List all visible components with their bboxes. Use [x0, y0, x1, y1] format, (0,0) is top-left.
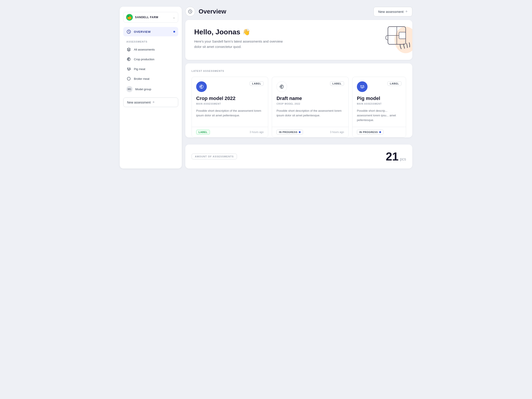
history-button[interactable] [185, 7, 195, 16]
svg-point-9 [128, 69, 129, 70]
card-header-1: LABEL [196, 81, 264, 92]
card-header-3: LABEL [357, 81, 401, 92]
hero-illustration [370, 20, 412, 60]
sidebar-item-pig-label: Pig meat [134, 67, 145, 71]
card-icon-crop-filled [196, 81, 207, 92]
card-body-1: LABEL Crop model 2022 MAIN ASSESSMENT Po… [192, 77, 268, 127]
pig-icon [126, 66, 131, 71]
sidebar-item-model-label: Model group [135, 88, 151, 91]
assessments-section-label: ASSESSMENTS [123, 37, 178, 45]
card-header-badge-2: LABEL [330, 81, 344, 86]
card-description-3: Possible short descrip... assessment lor… [357, 109, 401, 122]
top-bar: Overview New assessment + [185, 7, 412, 16]
sidebar-item-model-group[interactable]: MG Model group [123, 84, 178, 95]
nav-indicator-dot [173, 31, 175, 32]
card-time-2: 3 hours ago [330, 131, 344, 134]
model-group-badge: MG [126, 86, 133, 92]
amount-section: AMOUNT OF ASSESSMENTS 21 pcs [185, 145, 412, 168]
layers-icon [126, 47, 131, 52]
card-pig-model[interactable]: LABEL Pig model MAIN ASSESSMENT Possible… [352, 77, 406, 137]
amount-label: AMOUNT OF ASSESSMENTS [191, 154, 237, 159]
card-footer-badge-2: IN PROGRESS [276, 130, 303, 134]
card-footer-badge-3: IN PROGRESS [357, 130, 383, 134]
card-footer-2: IN PROGRESS 3 hours ago [272, 127, 348, 137]
clock-icon [126, 29, 131, 34]
card-subtitle-1: MAIN ASSESSMENT [196, 103, 264, 105]
sidebar-item-overview[interactable]: OVERVIEW [123, 27, 178, 36]
card-title-1: Crop model 2022 [196, 95, 264, 101]
card-icon-crop-outline [276, 81, 287, 92]
main-content: Overview New assessment + Hello, Joonas … [185, 7, 412, 168]
card-body-2: LABEL Draft name CROP MODEL 2022 Possibl… [272, 77, 348, 127]
card-body-3: LABEL Pig model MAIN ASSESSMENT Possible… [352, 77, 406, 127]
card-footer-1: LABEL 3 hours ago [192, 127, 268, 137]
latest-assessments-title: LATEST ASSESSMENTS [191, 70, 406, 72]
svg-rect-16 [399, 32, 406, 39]
svg-point-12 [395, 27, 412, 53]
sidebar-item-all-assessments[interactable]: All assessments [123, 45, 178, 54]
farm-logo [126, 14, 133, 21]
header-new-assessment-label: New assessment [378, 10, 403, 13]
progress-dot-2 [299, 131, 301, 133]
card-time-1: 3 hours ago [250, 131, 264, 134]
svg-point-10 [127, 77, 130, 80]
card-footer-badge-1: LABEL [196, 130, 210, 134]
sidebar: SANDELL FARM ⌄ OVERVIEW ASSESSMENTS [120, 7, 182, 168]
card-header-2: LABEL [276, 81, 344, 92]
card-crop-model-2022[interactable]: LABEL Crop model 2022 MAIN ASSESSMENT Po… [191, 77, 268, 137]
svg-point-7 [128, 69, 129, 69]
card-subtitle-3: MAIN ASSESSMENT [357, 103, 401, 105]
sidebar-new-assessment-button[interactable]: New assessment + [123, 98, 178, 107]
card-header-badge-1: LABEL [250, 81, 264, 86]
page-title: Overview [199, 8, 370, 15]
broiler-icon [126, 76, 131, 81]
hero-description: Here's your Sandell farm's latest assess… [194, 39, 287, 50]
card-draft-name[interactable]: LABEL Draft name CROP MODEL 2022 Possibl… [272, 77, 348, 137]
cards-row: LABEL Crop model 2022 MAIN ASSESSMENT Po… [191, 77, 406, 137]
app-container: SANDELL FARM ⌄ OVERVIEW ASSESSMENTS [120, 7, 412, 168]
farm-chevron-icon: ⌄ [173, 16, 175, 19]
card-title-3: Pig model [357, 95, 401, 101]
header-plus-icon: + [405, 9, 408, 14]
cards-section: LATEST ASSESSMENTS [185, 63, 412, 137]
progress-dot-3 [379, 131, 381, 133]
card-subtitle-2: CROP MODEL 2022 [276, 103, 344, 105]
sidebar-item-crop-label: Crop production [134, 58, 154, 61]
farm-selector[interactable]: SANDELL FARM ⌄ [123, 12, 178, 23]
card-title-2: Draft name [276, 95, 344, 101]
hero-section: Hello, Joonas 👋 Here's your Sandell farm… [185, 20, 412, 60]
card-footer-3: IN PROGRESS [352, 127, 406, 137]
crop-icon [126, 57, 131, 62]
card-icon-pig-filled [357, 81, 367, 92]
sidebar-item-all-label: All assessments [134, 48, 155, 51]
sidebar-new-assessment-label: New assessment [127, 101, 151, 104]
card-header-badge-3: LABEL [387, 81, 401, 86]
sidebar-item-broiler-label: Broiler meat [134, 77, 149, 81]
farm-name: SANDELL FARM [135, 16, 171, 19]
wave-emoji: 👋 [242, 28, 250, 36]
sidebar-item-broiler-meat[interactable]: Broiler meat [123, 74, 178, 83]
card-description-1: Possible short description of the assess… [196, 109, 264, 118]
card-description-2: Possible short description of the assess… [276, 109, 344, 118]
plus-icon: + [152, 100, 155, 105]
svg-point-24 [361, 87, 363, 88]
sidebar-item-overview-label: OVERVIEW [134, 30, 151, 33]
svg-point-8 [129, 69, 129, 69]
header-new-assessment-button[interactable]: New assessment + [374, 7, 412, 16]
svg-point-2 [127, 15, 129, 17]
amount-unit: pcs [400, 157, 406, 162]
sidebar-item-pig-meat[interactable]: Pig meat [123, 64, 178, 74]
amount-value: 21 pcs [386, 150, 406, 163]
sidebar-item-crop-production[interactable]: Crop production [123, 55, 178, 64]
